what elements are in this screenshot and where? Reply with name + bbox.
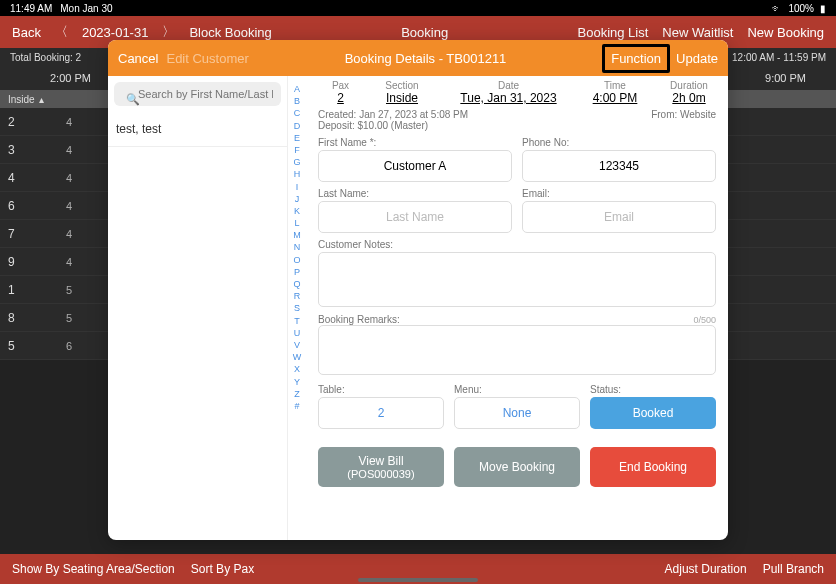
date-label: Date	[441, 80, 576, 91]
booking-form: Pax2 SectionInside DateTue, Jan 31, 2023…	[306, 76, 728, 540]
customer-notes-label: Customer Notes:	[318, 239, 716, 250]
search-result-item[interactable]: test, test	[108, 112, 287, 147]
new-booking-button[interactable]: New Booking	[747, 25, 824, 40]
section-label: Section	[367, 80, 437, 91]
created-text: Created: Jan 27, 2023 at 5:08 PM	[318, 109, 468, 120]
status-time: 11:49 AM	[10, 3, 52, 14]
alpha-letter[interactable]: R	[288, 291, 306, 301]
first-name-label: First Name *:	[318, 137, 512, 148]
alpha-letter[interactable]: S	[288, 303, 306, 313]
alpha-letter[interactable]: W	[288, 352, 306, 362]
time-marker: 2:00 PM	[50, 72, 91, 84]
chevron-right-icon[interactable]: 〉	[162, 23, 175, 41]
update-button[interactable]: Update	[676, 51, 718, 66]
section-value[interactable]: Inside	[367, 91, 437, 105]
section-name: Inside	[8, 94, 35, 105]
alpha-index[interactable]: ABCDEFGHIJKLMNOPQRSTUVWXYZ#	[288, 76, 306, 540]
alpha-letter[interactable]: L	[288, 218, 306, 228]
alpha-letter[interactable]: F	[288, 145, 306, 155]
deposit-text: Deposit: $10.00 (Master)	[318, 120, 428, 131]
alpha-letter[interactable]: Z	[288, 389, 306, 399]
alpha-letter[interactable]: G	[288, 157, 306, 167]
modal-title: Booking Details - TB001211	[249, 51, 602, 66]
alpha-letter[interactable]: M	[288, 230, 306, 240]
nav-date[interactable]: 2023-01-31	[82, 25, 149, 40]
back-button[interactable]: Back	[12, 25, 41, 40]
first-name-input[interactable]	[318, 150, 512, 182]
total-booking-label: Total Booking:	[10, 52, 73, 63]
function-button[interactable]: Function	[602, 44, 670, 73]
time-label: Time	[580, 80, 650, 91]
alpha-letter[interactable]: O	[288, 255, 306, 265]
booking-summary: Pax2 SectionInside DateTue, Jan 31, 2023…	[318, 80, 716, 105]
last-name-input[interactable]	[318, 201, 512, 233]
booking-remarks-label: Booking Remarks:	[318, 314, 400, 325]
alpha-letter[interactable]: Q	[288, 279, 306, 289]
status-date: Mon Jan 30	[60, 3, 112, 14]
alpha-letter[interactable]: J	[288, 194, 306, 204]
alpha-letter[interactable]: T	[288, 316, 306, 326]
alpha-letter[interactable]: H	[288, 169, 306, 179]
status-label: Status:	[590, 384, 716, 395]
status-button[interactable]: Booked	[590, 397, 716, 429]
modal-header: Cancel Edit Customer Booking Details - T…	[108, 40, 728, 76]
adjust-duration-button[interactable]: Adjust Duration	[665, 562, 747, 576]
pax-value[interactable]: 2	[318, 91, 363, 105]
alpha-letter[interactable]: Y	[288, 377, 306, 387]
search-icon: 🔍	[126, 93, 140, 106]
new-waitlist-button[interactable]: New Waitlist	[662, 25, 733, 40]
sort-by-pax-button[interactable]: Sort By Pax	[191, 562, 254, 576]
time-value[interactable]: 4:00 PM	[580, 91, 650, 105]
booking-details-modal: Cancel Edit Customer Booking Details - T…	[108, 40, 728, 540]
alpha-letter[interactable]: E	[288, 133, 306, 143]
menu-select[interactable]: None	[454, 397, 580, 429]
alpha-letter[interactable]: X	[288, 364, 306, 374]
move-booking-button[interactable]: Move Booking	[454, 447, 580, 487]
pull-branch-button[interactable]: Pull Branch	[763, 562, 824, 576]
booking-list-button[interactable]: Booking List	[578, 25, 649, 40]
alpha-letter[interactable]: V	[288, 340, 306, 350]
table-select[interactable]: 2	[318, 397, 444, 429]
duration-value[interactable]: 2h 0m	[654, 91, 724, 105]
end-booking-button[interactable]: End Booking	[590, 447, 716, 487]
booking-remarks-input[interactable]	[318, 325, 716, 375]
total-booking-value: 2	[76, 52, 82, 63]
battery-icon: ▮	[820, 3, 826, 14]
battery-percent: 100%	[788, 3, 814, 14]
alpha-letter[interactable]: P	[288, 267, 306, 277]
last-name-label: Last Name:	[318, 188, 512, 199]
chevron-left-icon[interactable]: 〈	[55, 23, 68, 41]
menu-label: Menu:	[454, 384, 580, 395]
edit-customer-button[interactable]: Edit Customer	[166, 51, 248, 66]
pax-label: Pax	[318, 80, 363, 91]
alpha-letter[interactable]: B	[288, 96, 306, 106]
status-bar: 11:49 AM Mon Jan 30 ᯤ 100% ▮	[0, 0, 836, 16]
customer-search-panel: 🔍 test, test	[108, 76, 288, 540]
phone-input[interactable]	[522, 150, 716, 182]
date-value[interactable]: Tue, Jan 31, 2023	[441, 91, 576, 105]
cancel-button[interactable]: Cancel	[118, 51, 158, 66]
duration-label: Duration	[654, 80, 724, 91]
email-label: Email:	[522, 188, 716, 199]
alpha-letter[interactable]: K	[288, 206, 306, 216]
alpha-letter[interactable]: D	[288, 121, 306, 131]
view-bill-button[interactable]: View Bill (POS000039)	[318, 447, 444, 487]
alpha-letter[interactable]: C	[288, 108, 306, 118]
alpha-letter[interactable]: I	[288, 182, 306, 192]
page-title: Booking	[286, 25, 564, 40]
wifi-icon: ᯤ	[772, 3, 782, 14]
show-by-seating-button[interactable]: Show By Seating Area/Section	[12, 562, 175, 576]
from-text: From: Website	[651, 109, 716, 120]
alpha-letter[interactable]: A	[288, 84, 306, 94]
alpha-letter[interactable]: N	[288, 242, 306, 252]
phone-label: Phone No:	[522, 137, 716, 148]
chevron-up-icon: ▴	[39, 94, 44, 105]
alpha-letter[interactable]: U	[288, 328, 306, 338]
home-indicator[interactable]	[358, 578, 478, 582]
block-booking-button[interactable]: Block Booking	[189, 25, 271, 40]
email-input[interactable]	[522, 201, 716, 233]
customer-notes-input[interactable]	[318, 252, 716, 307]
remarks-char-count: 0/500	[693, 315, 716, 325]
alpha-letter[interactable]: #	[288, 401, 306, 411]
table-label: Table:	[318, 384, 444, 395]
